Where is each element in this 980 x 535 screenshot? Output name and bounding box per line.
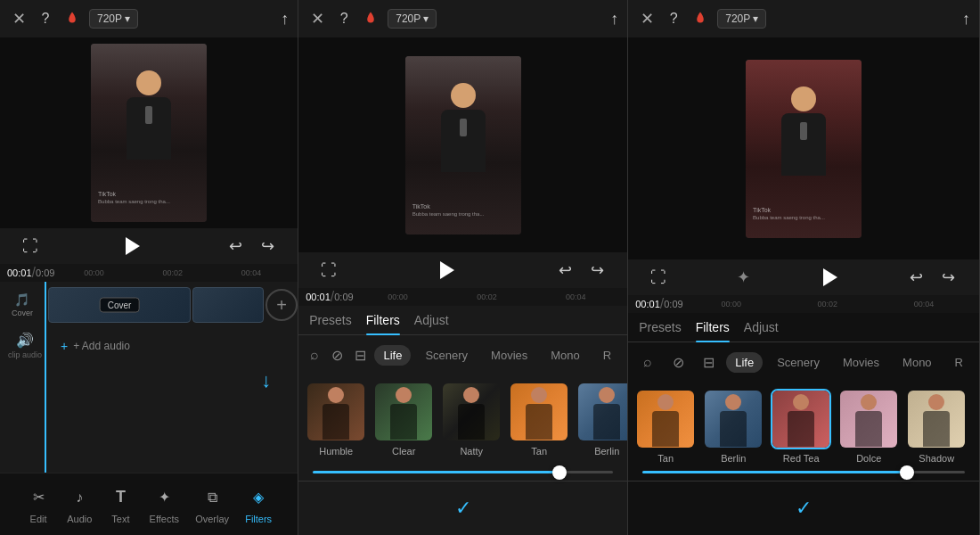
filter-item-shadow-right[interactable]: Shadow <box>906 389 967 464</box>
filter-item-berlin-right[interactable]: Berlin <box>703 389 764 464</box>
mid-filters-panel: Presets Filters Adjust ⌕ ⊘ ⊟ Life Scener… <box>298 306 627 535</box>
help-button-right[interactable]: ? <box>664 9 683 29</box>
toolbar-overlay[interactable]: ⧉ Overlay <box>195 485 229 524</box>
toolbar-effects[interactable]: ✦ Effects <box>150 485 179 524</box>
audio-side-control: 🔊 clip audio <box>7 332 43 359</box>
cancel-icon-right[interactable]: ⊘ <box>666 350 690 374</box>
filter-item-humble[interactable]: Humble <box>306 382 366 457</box>
left-panel: ✕ ? 720P ▾ ↑ <box>0 0 298 535</box>
filter-thumb-natty <box>441 382 502 442</box>
help-button-left[interactable]: ? <box>36 9 55 29</box>
redo-button-mid[interactable]: ↪ <box>584 258 609 283</box>
intensity-slider-mid[interactable] <box>313 471 613 473</box>
video-preview-left: TikTok Bubba team saeng trong tha... <box>0 37 298 228</box>
right-filters-panel: Presets Filters Adjust ⌕ ⊘ ⊟ Life Scener… <box>628 313 979 535</box>
intensity-thumb-right[interactable] <box>900 465 914 480</box>
redo-button-right[interactable]: ↪ <box>936 265 961 290</box>
cat-movies-right[interactable]: Movies <box>834 352 888 373</box>
text-icon: T <box>108 485 133 510</box>
toolbar-edit[interactable]: ✂ Edit <box>26 485 51 524</box>
right-topbar: ✕ ? 720P ▾ ↑ <box>628 0 979 37</box>
bookmark-icon-mid[interactable]: ⊟ <box>352 342 370 367</box>
mid-panel: ✕ ? 720P ▾ ↑ <box>298 0 628 535</box>
play-button-left[interactable] <box>118 232 147 260</box>
upload-button-left[interactable]: ↑ <box>281 10 289 29</box>
undo-button-mid[interactable]: ↩ <box>552 258 577 283</box>
cat-r-mid[interactable]: R <box>594 345 620 366</box>
filter-item-clear[interactable]: Clear <box>373 382 434 457</box>
mid-filter-items: Humble Clear Natty <box>298 374 627 464</box>
intensity-slider-right[interactable] <box>642 471 965 473</box>
play-button-right[interactable] <box>816 263 845 292</box>
search-icon-mid[interactable]: ⌕ <box>306 342 323 367</box>
undo-button-left[interactable]: ↩ <box>223 234 248 259</box>
play-button-mid[interactable] <box>433 256 461 284</box>
filter-thumb-humble <box>306 382 366 442</box>
fullscreen-button-left[interactable]: ⛶ <box>18 234 43 259</box>
cat-life-right[interactable]: Life <box>726 352 763 373</box>
cat-mono-mid[interactable]: Mono <box>542 345 589 366</box>
intensity-thumb-mid[interactable] <box>552 465 567 480</box>
add-clip-button[interactable]: + <box>265 289 298 321</box>
filter-thumb-tan <box>509 382 569 442</box>
fullscreen-button-right[interactable]: ⛶ <box>646 265 671 290</box>
cat-r-right[interactable]: R <box>946 352 972 373</box>
toolbar-text[interactable]: T Text <box>108 485 133 524</box>
quality-selector-left[interactable]: 720P ▾ <box>89 9 138 29</box>
video-clip-1[interactable]: Cover <box>48 287 191 323</box>
cat-scenery-right[interactable]: Scenery <box>768 352 829 373</box>
filter-item-berlin[interactable]: Berlin <box>576 382 627 457</box>
flame-icon-mid <box>361 9 380 29</box>
cover-label[interactable]: Cover <box>100 298 140 313</box>
layers-icon: ⧉ <box>200 485 225 510</box>
cat-movies-mid[interactable]: Movies <box>482 345 536 366</box>
mid-intensity-row <box>298 464 627 481</box>
timeline-ruler-left: 00:01 / 0:09 00:00 00:02 00:04 <box>0 264 298 282</box>
quality-selector-right[interactable]: 720P ▾ <box>717 9 766 29</box>
timeline-ruler-mid: 00:01 / 0:09 00:00 00:02 00:04 <box>298 288 627 306</box>
tab-filters-right[interactable]: Filters <box>696 320 730 342</box>
filter-item-natty[interactable]: Natty <box>441 382 502 457</box>
confirm-button-right[interactable]: ✓ <box>784 489 823 528</box>
close-button-right[interactable]: ✕ <box>637 9 657 29</box>
upload-button-right[interactable]: ↑ <box>962 10 970 29</box>
tab-adjust-right[interactable]: Adjust <box>744 320 779 342</box>
mid-category-row: ⌕ ⊘ ⊟ Life Scenery Movies Mono R <box>298 335 627 374</box>
redo-button-left[interactable]: ↪ <box>255 234 280 259</box>
filter-thumb-dolce-right <box>838 389 899 449</box>
filter-item-tan-right[interactable]: Tan <box>635 389 696 464</box>
mid-confirm-row: ✓ <box>298 481 627 535</box>
close-button-left[interactable]: ✕ <box>9 9 29 29</box>
tab-presets-mid[interactable]: Presets <box>309 313 351 334</box>
tab-filters-mid[interactable]: Filters <box>366 313 400 334</box>
star-magic-button[interactable]: ✦ <box>731 265 755 290</box>
video-thumbnail-mid: TikTok Bubba team saeng trong tha... <box>405 56 521 235</box>
toolbar-filters[interactable]: ◈ Filters <box>245 485 272 524</box>
tab-adjust-mid[interactable]: Adjust <box>414 313 449 334</box>
upload-button-mid[interactable]: ↑ <box>610 10 618 29</box>
playhead-left <box>45 282 46 473</box>
filter-item-tan[interactable]: Tan <box>509 382 569 457</box>
cancel-icon-mid[interactable]: ⊘ <box>329 342 347 367</box>
filter-item-redtea-right[interactable]: Red Tea <box>771 389 831 464</box>
search-icon-right[interactable]: ⌕ <box>635 350 660 374</box>
mid-topbar: ✕ ? 720P ▾ ↑ <box>298 0 627 37</box>
undo-button-right[interactable]: ↩ <box>904 265 929 290</box>
track-side-left: 🎵 Cover <box>0 292 45 317</box>
cat-scenery-mid[interactable]: Scenery <box>416 345 477 366</box>
fullscreen-button-mid[interactable]: ⛶ <box>316 258 341 283</box>
close-button-mid[interactable]: ✕ <box>307 9 327 29</box>
cat-life-mid[interactable]: Life <box>374 345 411 366</box>
mid-filter-tabs: Presets Filters Adjust <box>298 306 627 335</box>
toolbar-audio[interactable]: ♪ Audio <box>67 485 92 524</box>
filter-item-dolce-right[interactable]: Dolce <box>838 389 899 464</box>
confirm-button-mid[interactable]: ✓ <box>444 489 483 528</box>
cat-mono-right[interactable]: Mono <box>894 352 941 373</box>
add-audio-button[interactable]: + + Add audio <box>50 335 141 357</box>
help-button-mid[interactable]: ? <box>334 9 354 29</box>
bookmark-icon-right[interactable]: ⊟ <box>696 350 721 374</box>
quality-selector-mid[interactable]: 720P ▾ <box>388 9 437 29</box>
tab-presets-right[interactable]: Presets <box>639 320 681 342</box>
video-clip-2[interactable] <box>192 287 264 323</box>
download-arrow-indicator: ↓ <box>261 369 271 392</box>
